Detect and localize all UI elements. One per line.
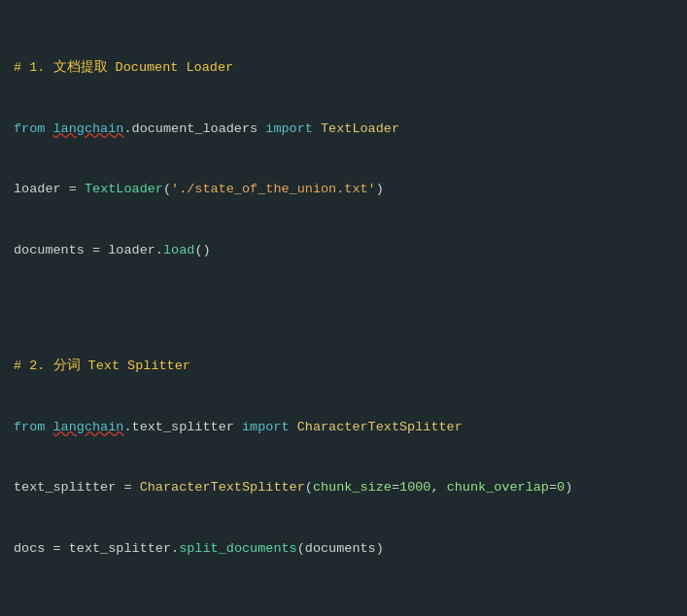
code-container: # 1. 文档提取 Document Loader from langchain… xyxy=(0,0,687,616)
section-2-line-1: from langchain.text_splitter import Char… xyxy=(14,418,673,438)
section-1-line-2: loader = TextLoader('./state_of_the_unio… xyxy=(14,180,673,200)
section-2: # 2. 分词 Text Splitter from langchain.tex… xyxy=(0,312,687,610)
section-2-line-3: docs = text_splitter.split_documents(doc… xyxy=(14,539,673,560)
section-1-line-3: documents = loader.load() xyxy=(14,241,673,261)
section-1-comment: # 1. 文档提取 Document Loader xyxy=(14,58,673,79)
section-2-comment: # 2. 分词 Text Splitter xyxy=(14,357,673,377)
section-1-line-1: from langchain.document_loaders import T… xyxy=(14,120,673,140)
section-3: # 3. 导入HuggingFace的Embeddings from langc… xyxy=(0,610,687,616)
section-1: # 1. 文档提取 Document Loader from langchain… xyxy=(0,8,687,312)
section-2-line-2: text_splitter = CharacterTextSplitter(ch… xyxy=(14,478,673,498)
